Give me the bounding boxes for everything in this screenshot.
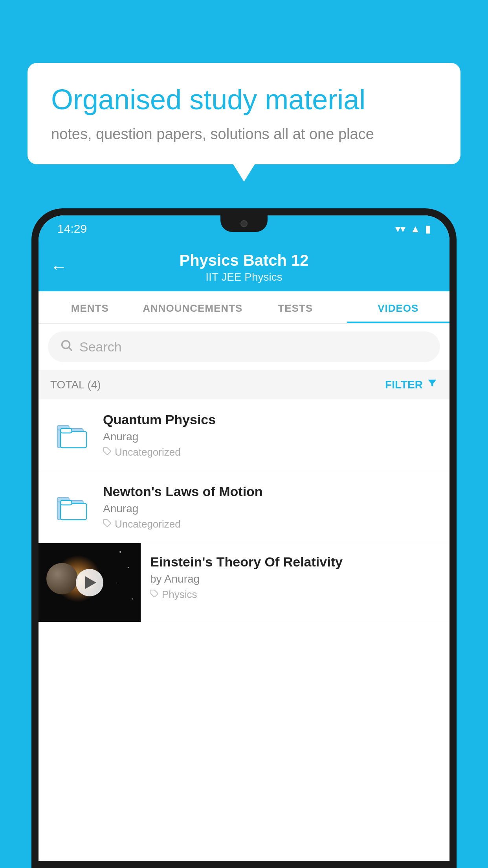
video-info: Newton's Laws of Motion Anurag Uncategor… (103, 484, 438, 530)
svg-rect-10 (61, 500, 72, 505)
svg-rect-9 (61, 504, 86, 520)
status-time: 14:29 (57, 222, 87, 235)
phone-screen: 14:29 ▾▾ ▲ ▮ ← Physics Batch 12 IIT JEE … (39, 215, 449, 861)
list-item[interactable]: Newton's Laws of Motion Anurag Uncategor… (39, 471, 449, 543)
search-placeholder: Search (79, 339, 122, 355)
play-icon (85, 576, 96, 589)
video-tag: Uncategorized (103, 446, 438, 458)
video-info: Quantum Physics Anurag Uncategorized (103, 412, 438, 458)
speech-bubble-container: Organised study material notes, question… (28, 63, 460, 164)
header-subtitle: IIT JEE Physics (39, 271, 449, 283)
svg-rect-4 (61, 432, 86, 448)
folder-icon (50, 416, 94, 455)
list-item[interactable]: Einstein's Theory Of Relativity by Anura… (39, 543, 449, 622)
bubble-subtitle: notes, question papers, solutions all at… (51, 126, 437, 143)
battery-icon: ▮ (425, 223, 431, 235)
video-tag: Physics (150, 588, 440, 601)
video-title: Einstein's Theory Of Relativity (150, 554, 440, 570)
filter-button[interactable]: FILTER (385, 378, 438, 392)
page-title: Physics Batch 12 (39, 252, 449, 269)
camera (240, 220, 248, 227)
total-count: TOTAL (4) (50, 379, 101, 391)
video-title: Quantum Physics (103, 412, 438, 427)
tab-bar: MENTS ANNOUNCEMENTS TESTS VIDEOS (39, 291, 449, 324)
wifi-icon: ▾▾ (395, 223, 405, 235)
notch (220, 215, 268, 232)
video-author: Anurag (103, 502, 438, 515)
svg-line-1 (69, 348, 71, 350)
phone-frame: 14:29 ▾▾ ▲ ▮ ← Physics Batch 12 IIT JEE … (31, 208, 457, 868)
signal-icon: ▲ (410, 223, 420, 235)
bubble-title: Organised study material (51, 83, 437, 116)
video-author: Anurag (103, 430, 438, 443)
tab-videos[interactable]: VIDEOS (347, 291, 450, 323)
tag-icon (103, 519, 112, 530)
list-item[interactable]: Quantum Physics Anurag Uncategorized (39, 399, 449, 471)
search-bar[interactable]: Search (48, 331, 440, 362)
video-thumbnail (39, 543, 141, 622)
play-button[interactable] (76, 569, 103, 596)
thumbnail-planet (46, 563, 78, 594)
tab-ments[interactable]: MENTS (39, 291, 141, 323)
tab-announcements[interactable]: ANNOUNCEMENTS (141, 291, 244, 323)
filter-bar: TOTAL (4) FILTER (39, 370, 449, 399)
status-icons: ▾▾ ▲ ▮ (395, 223, 431, 235)
video-tag: Uncategorized (103, 518, 438, 530)
app-header: ← Physics Batch 12 IIT JEE Physics (39, 242, 449, 291)
svg-rect-5 (61, 428, 72, 433)
video-info: Einstein's Theory Of Relativity by Anura… (141, 543, 449, 612)
search-icon (60, 338, 73, 355)
tag-icon (103, 447, 112, 458)
tab-tests[interactable]: TESTS (244, 291, 347, 323)
video-list: Quantum Physics Anurag Uncategorized (39, 399, 449, 622)
video-author: by Anurag (150, 573, 440, 585)
status-bar: 14:29 ▾▾ ▲ ▮ (39, 215, 449, 242)
speech-bubble: Organised study material notes, question… (28, 63, 460, 164)
video-title: Newton's Laws of Motion (103, 484, 438, 499)
search-container: Search (39, 324, 449, 370)
tag-icon (150, 588, 159, 601)
filter-icon (427, 378, 438, 392)
folder-icon (50, 487, 94, 527)
